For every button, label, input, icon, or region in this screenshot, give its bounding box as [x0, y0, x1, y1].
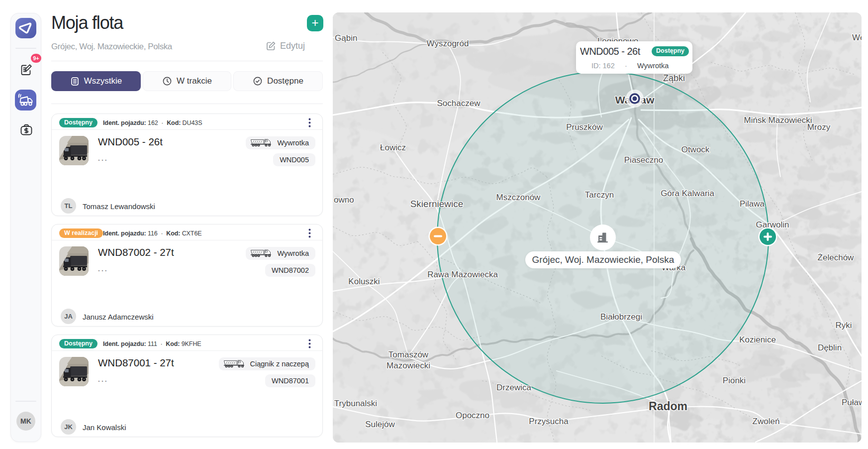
svg-text:Węgrów: Węgrów — [852, 33, 862, 42]
svg-text:Radom: Radom — [649, 400, 687, 413]
svg-text:Otwock: Otwock — [681, 145, 710, 154]
svg-text:Mazowiecki: Mazowiecki — [386, 361, 430, 370]
svg-text:Trybunalski: Trybunalski — [334, 399, 377, 408]
svg-text:Dęblin: Dęblin — [818, 343, 842, 352]
svg-text:Tarczyn: Tarczyn — [585, 190, 614, 200]
svg-text:Pionki: Pionki — [723, 376, 746, 385]
svg-text:Pilawa: Pilawa — [740, 199, 765, 209]
svg-text:Gąbin: Gąbin — [335, 33, 357, 43]
svg-text:Piaseczno: Piaseczno — [624, 155, 663, 165]
svg-text:Góra Kalwaria: Góra Kalwaria — [661, 189, 714, 198]
svg-text:Łowicz: Łowicz — [380, 143, 406, 152]
svg-text:Mińsk Mazowiecki: Mińsk Mazowiecki — [744, 115, 812, 125]
svg-text:Puławy: Puławy — [842, 398, 862, 407]
svg-text:owno: owno — [334, 195, 354, 205]
svg-text:Ząbki: Ząbki — [663, 73, 685, 83]
svg-text:Rawa Mazowiecka: Rawa Mazowiecka — [427, 270, 498, 279]
svg-text:Drzewica: Drzewica — [496, 383, 531, 392]
svg-text:Koluszki: Koluszki — [348, 277, 380, 286]
svg-text:Sulejów: Sulejów — [365, 420, 395, 429]
svg-text:Garwolin: Garwolin — [756, 220, 789, 229]
svg-text:Zwoleń: Zwoleń — [753, 417, 780, 426]
svg-text:Wyszogród: Wyszogród — [427, 39, 469, 48]
svg-text:Skierniewice: Skierniewice — [410, 199, 464, 209]
svg-text:Kozienice: Kozienice — [739, 335, 776, 344]
svg-text:Pruszków: Pruszków — [566, 122, 603, 132]
svg-text:Białobrzegi: Białobrzegi — [600, 312, 642, 322]
svg-text:Mrozy: Mrozy — [807, 122, 831, 132]
svg-text:Tomaszów: Tomaszów — [388, 350, 429, 359]
svg-text:Żelechów: Żelechów — [818, 253, 854, 262]
svg-text:Mszczonów: Mszczonów — [496, 193, 541, 202]
svg-text:Opoczno: Opoczno — [456, 411, 489, 420]
svg-text:Ryki: Ryki — [835, 321, 852, 330]
svg-text:Przysucha: Przysucha — [529, 417, 569, 426]
svg-text:Sochaczew: Sochaczew — [437, 99, 481, 108]
